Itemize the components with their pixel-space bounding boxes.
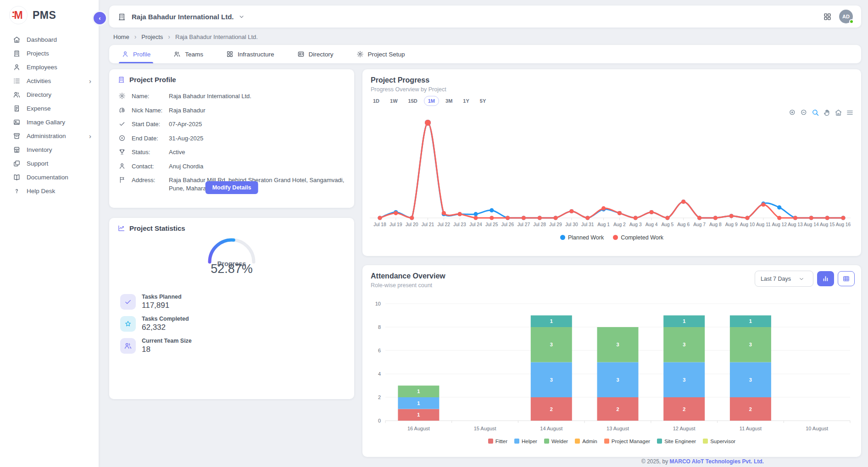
grid-icon	[226, 50, 234, 58]
legend-label: Project Manager	[612, 439, 650, 444]
range-1m[interactable]: 1M	[424, 96, 439, 106]
range-1y[interactable]: 1Y	[459, 96, 473, 106]
tab-label: Directory	[309, 51, 334, 58]
svg-text:3: 3	[683, 377, 685, 383]
building-icon	[13, 50, 21, 57]
svg-text:Aug 16: Aug 16	[836, 222, 851, 227]
sidebar-item-expense[interactable]: Expense	[0, 101, 99, 115]
svg-text:1: 1	[417, 389, 420, 394]
legend-fitter[interactable]: Fitter	[488, 439, 507, 444]
stat-team-size: Current Team Size18	[120, 338, 192, 354]
legend-swatch	[703, 439, 708, 444]
tab-profile[interactable]: Profile	[122, 45, 150, 63]
line-chart-legend: Planned Work Completed Work	[362, 234, 861, 241]
legend-site-engineer[interactable]: Site Engineer	[657, 439, 696, 444]
target-icon	[118, 134, 126, 142]
legend-label: Completed Work	[621, 234, 663, 241]
attendance-bar-chart[interactable]: 024681011116 August15 August233114 Augus…	[370, 294, 854, 434]
bar-view-button[interactable]	[817, 271, 834, 286]
stat-tasks-planned: Tasks Planned117,891	[120, 294, 182, 310]
svg-text:0: 0	[378, 418, 381, 423]
legend-completed-work[interactable]: Completed Work	[613, 234, 663, 241]
help-icon	[13, 187, 21, 195]
user-avatar[interactable]: AD	[839, 10, 853, 23]
project-statistics-title: Project Statistics	[109, 218, 354, 232]
sidebar-item-inventory[interactable]: Inventory	[0, 143, 99, 156]
svg-text:2: 2	[378, 395, 381, 400]
sidebar-item-administration[interactable]: Administration›	[0, 129, 99, 143]
sidebar-item-label: Image Gallary	[27, 119, 65, 126]
legend-supervisor[interactable]: Supervisor	[703, 439, 735, 444]
legend-helper[interactable]: Helper	[514, 439, 537, 444]
sidebar-item-image-gallery[interactable]: Image Gallary	[0, 115, 99, 129]
sidebar-item-label: Documentation	[27, 174, 68, 181]
apps-grid-icon[interactable]	[823, 12, 832, 21]
field-label: Nick Name:	[132, 106, 169, 115]
svg-text:Aug 11: Aug 11	[756, 222, 771, 227]
flag-icon	[118, 176, 126, 183]
chevron-down-icon[interactable]	[238, 13, 245, 20]
gear-icon	[118, 92, 126, 100]
legend-project-manager[interactable]: Project Manager	[604, 439, 650, 444]
svg-text:Jul 28: Jul 28	[534, 222, 546, 227]
project-profile-card: Project Profile Name:Raja Bahadur Intern…	[109, 69, 354, 208]
modify-details-button[interactable]: Modify Details	[206, 181, 258, 194]
company-selector[interactable]: Raja Bahadur International Ltd.	[132, 13, 234, 21]
logo-mark: M	[9, 6, 28, 24]
footer: © 2025, by MARCO AIoT Technologies Pvt. …	[641, 458, 764, 465]
topbar-actions: AD	[823, 10, 853, 23]
legend-planned-work[interactable]: Planned Work	[560, 234, 604, 241]
tab-infrastructure[interactable]: Infrastructure	[226, 45, 274, 63]
breadcrumb: Home › Projects › Raja Bahadur Internati…	[113, 33, 258, 40]
building-icon	[117, 76, 125, 83]
chevron-down-icon	[798, 276, 805, 282]
breadcrumb-separator: ›	[134, 33, 137, 40]
breadcrumb-home[interactable]: Home	[113, 33, 129, 40]
sidebar-item-dashboard[interactable]: Dashboard	[0, 33, 99, 46]
project-profile-title: Project Profile	[109, 69, 354, 83]
legend-admin[interactable]: Admin	[575, 439, 597, 444]
footer-text: © 2025, by	[641, 458, 668, 465]
range-5y[interactable]: 5Y	[476, 96, 490, 106]
sidebar-item-support[interactable]: Support	[0, 156, 99, 170]
date-range-select[interactable]: Last 7 Days	[755, 271, 813, 287]
tab-project-setup[interactable]: Project Setup	[356, 45, 405, 63]
sidebar-item-label: Expense	[27, 105, 51, 112]
tab-directory[interactable]: Directory	[297, 45, 334, 63]
panel-title: Project Progress	[362, 69, 861, 84]
range-3m[interactable]: 3M	[441, 96, 456, 106]
sidebar-item-label: Projects	[27, 50, 49, 57]
legend-swatch	[488, 439, 493, 444]
legend-welder[interactable]: Welder	[544, 439, 568, 444]
image-icon	[13, 118, 21, 126]
svg-text:Jul 27: Jul 27	[517, 222, 530, 227]
range-1w[interactable]: 1W	[386, 96, 402, 106]
svg-text:Jul 20: Jul 20	[406, 222, 418, 227]
table-view-button[interactable]	[838, 271, 855, 286]
person-icon	[118, 162, 126, 170]
svg-text:10 August: 10 August	[806, 426, 828, 431]
range-15d[interactable]: 15D	[404, 96, 422, 106]
range-1d[interactable]: 1D	[369, 96, 384, 106]
sidebar-collapse-button[interactable]: ‹	[92, 11, 107, 26]
tab-label: Infrastructure	[238, 51, 274, 58]
footer-company-link[interactable]: MARCO AIoT Technologies Pvt. Ltd.	[670, 458, 764, 465]
gear-icon	[356, 50, 364, 58]
sidebar-item-help-desk[interactable]: Help Desk	[0, 184, 99, 198]
sidebar-item-projects[interactable]: Projects	[0, 46, 99, 60]
stat-icon-box	[120, 316, 136, 332]
progress-line-chart[interactable]: Jul 18Jul 19Jul 20Jul 21Jul 22Jul 23Jul …	[370, 113, 851, 233]
svg-text:Aug 8: Aug 8	[709, 222, 722, 227]
stat-label: Tasks Completed	[142, 316, 189, 322]
stat-tasks-completed: Tasks Completed62,332	[120, 316, 189, 332]
sidebar-item-employees[interactable]: Employees	[0, 60, 99, 74]
field-value: Raja Bahadur	[169, 106, 345, 115]
sidebar-item-activities[interactable]: Activities›	[0, 74, 99, 88]
check-icon	[124, 298, 132, 306]
sidebar-item-documentation[interactable]: Documentation	[0, 170, 99, 184]
svg-text:Aug 3: Aug 3	[629, 222, 642, 227]
tab-teams[interactable]: Teams	[173, 45, 203, 63]
svg-text:1: 1	[550, 318, 553, 324]
sidebar-item-directory[interactable]: Directory	[0, 88, 99, 101]
breadcrumb-projects[interactable]: Projects	[141, 33, 163, 40]
